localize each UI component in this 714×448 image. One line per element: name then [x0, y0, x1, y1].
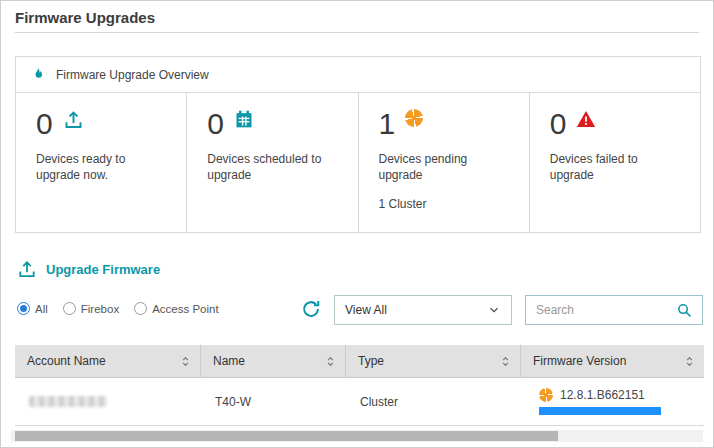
- radio-firebox[interactable]: [63, 302, 76, 315]
- scheduled-label: Devices scheduled to upgrade: [207, 151, 332, 183]
- calendar-icon: [234, 109, 254, 129]
- pending-label: Devices pending upgrade: [379, 151, 504, 183]
- refresh-icon[interactable]: [300, 298, 322, 320]
- filter-all-label: All: [35, 303, 48, 315]
- pending-icon: [539, 388, 553, 402]
- upgrade-firmware-button[interactable]: Upgrade Firmware: [17, 259, 160, 279]
- filter-firebox[interactable]: Firebox: [63, 302, 119, 315]
- cell-firmware-version: 12.8.1.B662151: [521, 378, 704, 425]
- cell-name: T40-W: [201, 378, 346, 425]
- firmware-table: Account Name Name Type Firmware Version …: [15, 345, 704, 426]
- flame-icon: [30, 67, 46, 83]
- title-divider: [15, 32, 699, 33]
- upgrade-progress-bar: [539, 407, 661, 415]
- table-row[interactable]: T40-W Cluster 12.8.1.B662151: [15, 378, 704, 426]
- scheduled-count: 0: [207, 109, 224, 139]
- account-name-header-label: Account Name: [27, 354, 106, 368]
- table-header: Account Name Name Type Firmware Version: [15, 345, 704, 378]
- upgrade-firmware-label: Upgrade Firmware: [46, 262, 160, 277]
- column-header-account-name[interactable]: Account Name: [15, 345, 201, 377]
- ready-label: Devices ready to upgrade now.: [36, 151, 161, 183]
- overview-cards: 0 Devices ready to upgrade now. 0 Device…: [16, 93, 700, 233]
- search-input[interactable]: [536, 303, 676, 317]
- overview-header: Firmware Upgrade Overview: [16, 57, 700, 93]
- cell-account-name: [15, 378, 201, 425]
- radio-all[interactable]: [17, 302, 30, 315]
- firmware-overview-panel: Firmware Upgrade Overview 0 Devices read…: [15, 56, 701, 233]
- column-header-type[interactable]: Type: [346, 345, 521, 377]
- sort-icon[interactable]: [684, 355, 695, 368]
- sort-icon[interactable]: [325, 355, 336, 368]
- redacted-account-name: [29, 396, 107, 407]
- filter-firebox-label: Firebox: [81, 303, 119, 315]
- ready-count: 0: [36, 109, 53, 139]
- type-header-label: Type: [358, 354, 384, 368]
- card-scheduled-to-upgrade: 0 Devices scheduled to upgrade: [187, 93, 358, 233]
- failed-label: Devices failed to upgrade: [550, 151, 675, 183]
- firmware-upgrades-page: Firmware Upgrades Firmware Upgrade Overv…: [0, 0, 714, 448]
- upgrade-progress-fill: [539, 407, 661, 415]
- horizontal-scrollbar[interactable]: [11, 430, 703, 442]
- filter-all[interactable]: All: [17, 302, 48, 315]
- pending-sublabel: 1 Cluster: [379, 197, 517, 211]
- column-header-firmware-version[interactable]: Firmware Version: [521, 345, 704, 377]
- column-header-name[interactable]: Name: [201, 345, 346, 377]
- filter-access-point-label: Access Point: [152, 303, 218, 315]
- firmware-version-text: 12.8.1.B662151: [560, 388, 645, 402]
- sort-icon[interactable]: [180, 355, 191, 368]
- page-title: Firmware Upgrades: [15, 9, 155, 26]
- horizontal-scrollbar-thumb[interactable]: [15, 431, 558, 441]
- pending-count: 1: [379, 109, 396, 139]
- view-all-dropdown[interactable]: View All: [334, 295, 512, 325]
- pending-icon: [405, 109, 423, 127]
- card-ready-to-upgrade: 0 Devices ready to upgrade now.: [16, 93, 187, 233]
- cell-type: Cluster: [346, 378, 521, 425]
- view-dropdown-value: View All: [345, 303, 387, 317]
- upload-icon: [17, 259, 37, 279]
- failed-count: 0: [550, 109, 567, 139]
- card-pending-upgrade: 1 Devices pending upgrade 1 Cluster: [359, 93, 530, 233]
- overview-title: Firmware Upgrade Overview: [56, 68, 209, 82]
- sort-icon[interactable]: [500, 355, 511, 368]
- name-header-label: Name: [213, 354, 245, 368]
- chevron-down-icon: [487, 303, 501, 317]
- alert-icon: [576, 109, 596, 129]
- search-icon[interactable]: [676, 302, 693, 319]
- filter-access-point[interactable]: Access Point: [134, 302, 218, 315]
- upload-icon: [63, 109, 84, 130]
- firmware-version-header-label: Firmware Version: [533, 354, 626, 368]
- radio-access-point[interactable]: [134, 302, 147, 315]
- search-box: [525, 295, 703, 325]
- device-type-filters: All Firebox Access Point: [17, 302, 219, 315]
- card-failed-upgrade: 0 Devices failed to upgrade: [530, 93, 700, 233]
